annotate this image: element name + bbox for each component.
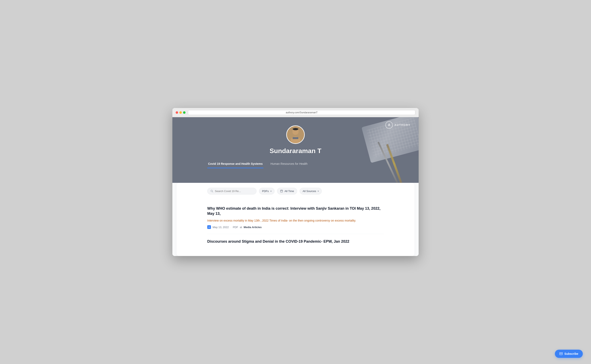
address-bar[interactable]: authory.com/SundararamanT	[188, 110, 415, 115]
main-content: PDFs ▾ All Time	[203, 183, 388, 256]
type-filter-chevron-icon: ▾	[270, 190, 271, 192]
minimize-button[interactable]	[179, 111, 182, 114]
authory-logo[interactable]: A AUTHORY	[385, 121, 410, 129]
svg-line-8	[212, 192, 213, 192]
page-content: A AUTHORY	[172, 117, 419, 256]
tabs-container: Covid 19 Response and Health Systems Hum…	[203, 160, 388, 168]
article-type-1: PDF	[233, 226, 238, 229]
avatar-container	[286, 125, 305, 144]
article-title-2[interactable]: Discourses around Stigma and Denial in t…	[207, 239, 384, 244]
article-date-1: May 13, 2022	[213, 226, 229, 229]
content-wrapper: PDFs ▾ All Time	[172, 183, 419, 256]
type-filter-dropdown[interactable]: PDFs ▾	[259, 188, 275, 195]
article-source-logo-1: A	[207, 225, 211, 229]
envelope-icon	[559, 352, 563, 355]
sources-filter-label: All Sources	[303, 190, 316, 193]
tab-hrh[interactable]: Human Resources for Health	[270, 160, 309, 168]
browser-chrome: authory.com/SundararamanT	[172, 108, 419, 117]
search-input[interactable]	[215, 190, 253, 193]
subscribe-button[interactable]: Subscribe	[555, 350, 583, 358]
avatar	[286, 125, 305, 144]
authory-logo-text: AUTHORY	[394, 124, 410, 126]
browser-window: authory.com/SundararamanT A AUTHORY	[172, 108, 419, 256]
article-source-name-1[interactable]: Media Articles	[244, 226, 262, 229]
time-filter-label: All Time	[285, 190, 294, 193]
filters-row: PDFs ▾ All Time	[207, 188, 384, 195]
maximize-button[interactable]	[183, 111, 186, 114]
authory-logo-icon: A	[385, 121, 393, 129]
traffic-lights	[176, 111, 186, 114]
search-icon	[210, 190, 213, 192]
article-card: Why WHO estimate of death in India is co…	[207, 201, 384, 234]
tab-covid[interactable]: Covid 19 Response and Health Systems	[207, 160, 263, 168]
sources-filter-dropdown[interactable]: All Sources ▾	[300, 188, 322, 195]
search-container[interactable]	[207, 188, 256, 195]
article-meta-1: A May 13, 2022 · PDF at Media Articles	[207, 225, 384, 229]
subscribe-label: Subscribe	[564, 352, 578, 355]
author-name: Sundararaman T	[176, 147, 415, 155]
calendar-icon	[280, 190, 283, 192]
white-card: PDFs ▾ All Time	[176, 183, 415, 256]
close-button[interactable]	[176, 111, 178, 114]
article-excerpt-1: Interview on excess mortality in May 13t…	[207, 218, 384, 223]
article-title-1[interactable]: Why WHO estimate of death in India is co…	[207, 206, 384, 216]
article-source-prefix-1: at	[240, 226, 242, 229]
type-filter-label: PDFs	[262, 190, 269, 193]
hero-section: A AUTHORY	[172, 117, 419, 183]
svg-rect-3	[293, 137, 298, 139]
time-filter-dropdown[interactable]: All Time	[277, 188, 297, 195]
sources-filter-chevron-icon: ▾	[318, 190, 319, 192]
article-meta-dot-1: ·	[230, 226, 231, 229]
svg-point-6	[293, 128, 298, 130]
article-card-2: Discourses around Stigma and Denial in t…	[207, 234, 384, 251]
svg-rect-9	[280, 190, 282, 192]
